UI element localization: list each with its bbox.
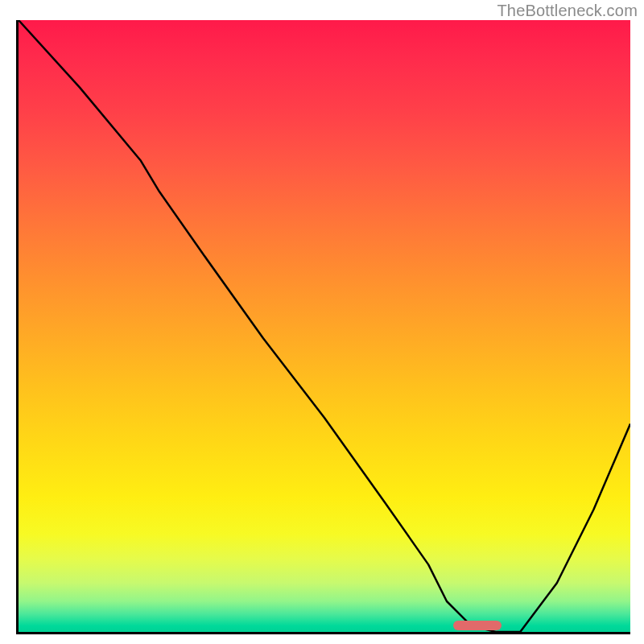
plot-area xyxy=(16,20,630,634)
watermark-text: TheBottleneck.com xyxy=(497,2,638,20)
bottleneck-curve-path xyxy=(19,20,630,632)
optimal-range-marker xyxy=(453,621,502,630)
chart-container: TheBottleneck.com xyxy=(0,0,644,644)
bottleneck-curve-svg xyxy=(19,20,630,632)
